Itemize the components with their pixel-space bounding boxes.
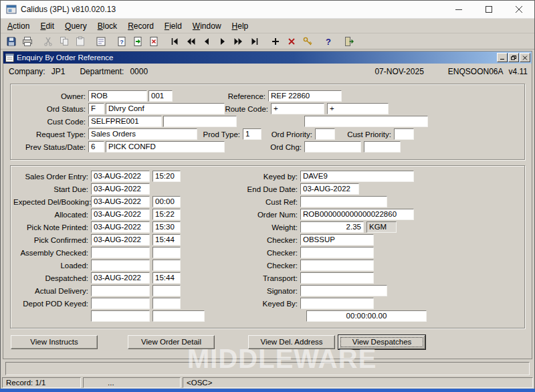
signator-field[interactable] — [300, 285, 387, 296]
route-code-1-field[interactable]: + — [271, 103, 324, 114]
exit-button[interactable] — [341, 34, 357, 49]
next-block-button[interactable] — [231, 34, 247, 49]
expected-del-time-field[interactable]: 00:00 — [152, 196, 181, 207]
paste-button[interactable] — [72, 34, 88, 49]
mdi-restore-button[interactable] — [508, 53, 519, 62]
view-order-detail-button[interactable]: View Order Detail — [128, 335, 215, 349]
cut-button[interactable] — [40, 34, 56, 49]
despatched-time-field[interactable]: 15:44 — [152, 272, 181, 284]
start-due-date-field[interactable]: 03-AUG-2022 — [91, 183, 150, 195]
pick-confirmed-date-field[interactable]: 03-AUG-2022 — [91, 234, 150, 246]
extra-left-field[interactable] — [152, 310, 205, 322]
print-button[interactable] — [19, 34, 35, 49]
ord-priority-field[interactable] — [315, 128, 335, 140]
checker-3-field[interactable] — [300, 260, 374, 271]
route-code-2-field[interactable]: + — [327, 103, 389, 114]
cut-icon — [43, 36, 54, 47]
minimize-button[interactable] — [444, 1, 474, 18]
mdi-close-button[interactable] — [520, 53, 530, 62]
menu-item-query[interactable]: Query — [60, 19, 92, 33]
next-record-button[interactable] — [215, 34, 231, 49]
owner-suffix-field[interactable]: 001 — [148, 90, 173, 102]
copy-button[interactable] — [56, 34, 72, 49]
delete-record-button[interactable] — [284, 34, 300, 49]
cancel-query-button[interactable] — [146, 34, 162, 49]
maximize-button[interactable] — [474, 1, 504, 18]
first-record-button[interactable] — [167, 34, 183, 49]
pick-note-printed-time-field[interactable]: 15:30 — [152, 221, 181, 233]
enquiry-titlebar[interactable]: Enquiry By Order Reference — [3, 52, 532, 64]
menu-item-field[interactable]: Field — [159, 19, 187, 33]
enter-query-button[interactable]: ? — [114, 34, 130, 49]
prod-type-field[interactable]: 1 — [243, 128, 261, 140]
help-button[interactable]: ? — [320, 34, 336, 49]
menu-item-edit[interactable]: Edit — [35, 19, 60, 33]
extra-left-date-field[interactable] — [91, 310, 150, 322]
sales-order-entry-time-field[interactable]: 15:20 — [152, 171, 181, 182]
table-row: Checker: OBSSUP — [198, 233, 427, 246]
close-button[interactable] — [504, 1, 534, 18]
dates-column: Sales Order Entry: 03-AUG-2022 15:20 Sta… — [12, 170, 205, 322]
depot-pod-time-field[interactable] — [152, 298, 181, 309]
view-instructs-button[interactable]: View Instructs — [11, 335, 98, 349]
keyed-by-field[interactable]: DAVE9 — [300, 171, 414, 182]
cust-code-field[interactable]: SELFPRE001 — [88, 116, 162, 127]
checker-2-field[interactable] — [300, 247, 374, 258]
ord-status-desc-field[interactable]: Dlvry Conf — [106, 103, 225, 114]
mdi-minimize-button[interactable] — [497, 53, 508, 62]
pick-note-printed-date-field[interactable]: 03-AUG-2022 — [91, 221, 150, 233]
loaded-time-field[interactable] — [152, 260, 181, 271]
assembly-checked-date-field[interactable] — [91, 247, 150, 258]
loaded-date-field[interactable] — [91, 260, 150, 271]
last-record-button[interactable] — [247, 34, 263, 49]
prev-status-code-field[interactable]: 6 — [88, 141, 104, 153]
order-num-field[interactable]: ROB000000000000022860 — [300, 209, 414, 220]
ord-chg-1-field[interactable] — [304, 141, 361, 153]
transport-field[interactable] — [300, 272, 374, 284]
reference-field[interactable]: REF 22860 — [268, 90, 342, 102]
ord-status-code-field[interactable]: F — [88, 103, 104, 114]
save-button[interactable] — [3, 34, 19, 49]
assembly-checked-time-field[interactable] — [152, 247, 181, 258]
ord-chg-2-field[interactable] — [364, 141, 401, 153]
previous-block-button[interactable] — [183, 34, 199, 49]
expected-del-date-field[interactable]: 03-AUG-2022 — [91, 196, 150, 207]
pick-confirmed-time-field[interactable]: 15:44 — [152, 234, 181, 246]
edit-button[interactable] — [93, 34, 109, 49]
view-del-address-button[interactable]: View Del. Address — [248, 335, 335, 349]
actual-delivery-date-field[interactable] — [91, 285, 150, 296]
lock-record-button[interactable] — [300, 34, 316, 49]
insert-record-button[interactable] — [268, 34, 284, 49]
menu-item-block[interactable]: Block — [92, 19, 122, 33]
timestamp-field[interactable]: 00:00:00.00 — [306, 310, 427, 322]
table-row: End Due Date: 03-AUG-2022 — [198, 183, 427, 195]
enter-query-icon: ? — [116, 36, 127, 47]
menu-item-record[interactable]: Record — [122, 19, 159, 33]
previous-record-button[interactable] — [199, 34, 215, 49]
allocated-time-field[interactable]: 15:22 — [152, 209, 181, 220]
ord-priority-label: Ord Priority: — [265, 130, 315, 138]
keyed-by-2-field[interactable] — [300, 298, 374, 309]
view-despatches-button[interactable]: View Despatches — [338, 335, 425, 349]
weight-field[interactable]: 2.35 — [300, 221, 364, 233]
end-due-date-field[interactable]: 03-AUG-2022 — [300, 183, 359, 195]
allocated-date-field[interactable]: 03-AUG-2022 — [91, 209, 150, 220]
despatched-date-field[interactable]: 03-AUG-2022 — [91, 272, 150, 284]
menu-item-action[interactable]: Action — [2, 19, 35, 33]
cust-priority-field[interactable] — [394, 128, 414, 140]
menu-item-help[interactable]: Help — [227, 19, 254, 33]
print-icon — [22, 36, 33, 47]
prev-status-desc-field[interactable]: PICK CONFD — [106, 141, 225, 153]
cust-code-2-field[interactable] — [163, 116, 237, 127]
execute-query-button[interactable] — [130, 34, 146, 49]
depot-pod-date-field[interactable] — [91, 298, 150, 309]
checker-1-field[interactable]: OBSSUP — [300, 234, 374, 246]
menu-item-window[interactable]: Window — [187, 19, 227, 33]
cust-code-3-field[interactable] — [304, 116, 428, 127]
next-block-icon — [233, 36, 244, 47]
owner-field[interactable]: ROB — [88, 90, 147, 102]
sales-order-entry-date-field[interactable]: 03-AUG-2022 — [91, 171, 150, 182]
request-type-field[interactable]: Sales Orders — [88, 128, 197, 140]
cust-ref-field[interactable] — [300, 196, 387, 207]
actual-delivery-time-field[interactable] — [152, 285, 181, 296]
